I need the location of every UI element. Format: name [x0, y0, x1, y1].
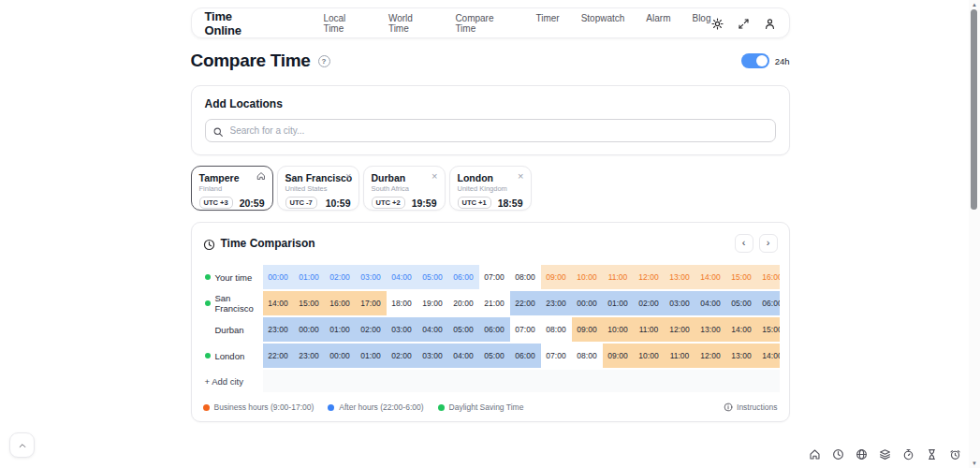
- hour-cell[interactable]: 10:00: [634, 344, 665, 368]
- hour-cell[interactable]: 03:00: [387, 317, 417, 342]
- hour-cell[interactable]: 22:00: [510, 291, 541, 315]
- hour-cell[interactable]: 07:00: [510, 317, 541, 342]
- hour-cell[interactable]: 00:00: [263, 265, 294, 289]
- hour-cell[interactable]: 05:00: [726, 291, 757, 315]
- hour-cell[interactable]: 17:00: [356, 291, 387, 315]
- help-icon[interactable]: ?: [318, 55, 330, 67]
- scrollbar-thumb[interactable]: [971, 9, 977, 210]
- hour-cell[interactable]: 08:00: [510, 265, 541, 289]
- scroll-to-top-button[interactable]: [9, 432, 35, 458]
- hour-cell[interactable]: 02:00: [325, 265, 356, 289]
- instructions-link[interactable]: Instructions: [724, 402, 777, 412]
- hour-cell[interactable]: 01:00: [356, 344, 387, 368]
- hour-cell[interactable]: 06:00: [448, 265, 479, 289]
- hour-cell[interactable]: 19:00: [417, 291, 448, 315]
- app-brand[interactable]: Time Online: [205, 9, 271, 37]
- scroll-right-button[interactable]: ›: [759, 234, 778, 253]
- city-card-san-francisco[interactable]: San FranciscoUnited StatesUTC -710:59×: [277, 166, 359, 211]
- hour-cell[interactable]: 03:00: [417, 344, 448, 368]
- globe-icon[interactable]: [856, 448, 868, 461]
- hour-cell[interactable]: 02:00: [634, 291, 665, 315]
- hour-cell[interactable]: 09:00: [541, 265, 572, 289]
- city-card-durban[interactable]: DurbanSouth AfricaUTC +219:59×: [363, 166, 446, 211]
- hour-cell[interactable]: 16:00: [757, 265, 780, 289]
- hour-cell[interactable]: 15:00: [294, 291, 325, 315]
- nav-link-alarm[interactable]: Alarm: [646, 13, 670, 34]
- hour-cell[interactable]: 00:00: [572, 291, 603, 315]
- hour-cell[interactable]: 03:00: [665, 291, 695, 315]
- hour-cell[interactable]: 09:00: [572, 317, 603, 342]
- hour-cell[interactable]: 12:00: [695, 344, 726, 368]
- hour-cell[interactable]: 15:00: [757, 317, 780, 342]
- nav-link-local-time[interactable]: Local Time: [323, 13, 367, 34]
- hour-cell[interactable]: 22:00: [263, 344, 294, 368]
- hour-cell[interactable]: 10:00: [572, 265, 603, 289]
- hour-cell[interactable]: 08:00: [541, 317, 572, 342]
- hour-cell[interactable]: 08:00: [572, 344, 603, 368]
- hour-cell[interactable]: 11:00: [665, 344, 695, 368]
- remove-city-icon[interactable]: ×: [345, 171, 351, 182]
- user-account-icon[interactable]: [764, 17, 776, 29]
- hour-cell[interactable]: 11:00: [634, 317, 665, 342]
- alarm-icon[interactable]: [949, 448, 961, 461]
- nav-link-world-time[interactable]: World Time: [388, 13, 433, 34]
- add-city-button[interactable]: + Add city: [201, 370, 263, 392]
- hour-cell[interactable]: 23:00: [294, 344, 325, 368]
- stopwatch-icon[interactable]: [902, 448, 914, 461]
- hour-cell[interactable]: 14:00: [695, 265, 726, 289]
- hour-cell[interactable]: 14:00: [726, 317, 757, 342]
- hour-cell[interactable]: 20:00: [448, 291, 479, 315]
- hour-cell[interactable]: 15:00: [726, 265, 757, 289]
- hourglass-icon[interactable]: [926, 448, 938, 461]
- nav-link-compare-time[interactable]: Compare Time: [455, 13, 514, 34]
- hour-cell[interactable]: 03:00: [356, 265, 387, 289]
- city-search-input[interactable]: [205, 119, 776, 142]
- home-icon[interactable]: [809, 448, 821, 461]
- hour-cell[interactable]: 23:00: [541, 291, 572, 315]
- hour-cell[interactable]: 09:00: [603, 344, 634, 368]
- hour-cell[interactable]: 12:00: [665, 317, 695, 342]
- hour-cell[interactable]: 07:00: [541, 344, 572, 368]
- scrollbar-down-arrow[interactable]: ▼: [969, 459, 980, 468]
- hour-cell[interactable]: 02:00: [356, 317, 387, 342]
- hour-cell[interactable]: 04:00: [417, 317, 448, 342]
- hour-cell[interactable]: 16:00: [325, 291, 356, 315]
- hour-cell[interactable]: 06:00: [510, 344, 541, 368]
- hour-cell[interactable]: 05:00: [448, 317, 479, 342]
- nav-link-stopwatch[interactable]: Stopwatch: [581, 13, 625, 34]
- hour-cell[interactable]: 05:00: [479, 344, 510, 368]
- theme-sun-icon[interactable]: [711, 17, 724, 29]
- scrollbar-up-arrow[interactable]: ▲: [969, 0, 980, 9]
- remove-city-icon[interactable]: ×: [431, 171, 437, 182]
- hour-cell[interactable]: 02:00: [387, 344, 417, 368]
- hour-cell[interactable]: 21:00: [479, 291, 510, 315]
- hour-cell[interactable]: 11:00: [603, 265, 634, 289]
- hour-cell[interactable]: 04:00: [695, 291, 726, 315]
- hour-cell[interactable]: 00:00: [325, 344, 356, 368]
- hour-cell[interactable]: 00:00: [294, 317, 325, 342]
- hour-cell[interactable]: 13:00: [726, 344, 757, 368]
- clock-icon[interactable]: [832, 448, 844, 461]
- layers-icon[interactable]: [879, 448, 891, 461]
- hour-cell[interactable]: 01:00: [603, 291, 634, 315]
- hour-cell[interactable]: 18:00: [387, 291, 417, 315]
- hour-cell[interactable]: 14:00: [263, 291, 294, 315]
- hour-cell[interactable]: 13:00: [695, 317, 726, 342]
- hour-cell[interactable]: 12:00: [634, 265, 665, 289]
- city-card-london[interactable]: LondonUnited KingdomUTC +118:59×: [449, 166, 532, 211]
- hour-cell[interactable]: 06:00: [479, 317, 510, 342]
- hour-cell[interactable]: 13:00: [665, 265, 695, 289]
- hour-cell[interactable]: 14:00: [757, 344, 780, 368]
- hour-cell[interactable]: 01:00: [325, 317, 356, 342]
- comparison-grid[interactable]: Your time00:0001:0002:0003:0004:0005:000…: [201, 265, 780, 392]
- hour-cell[interactable]: 07:00: [479, 265, 510, 289]
- scroll-left-button[interactable]: ‹: [735, 234, 753, 253]
- hour-cell[interactable]: 04:00: [448, 344, 479, 368]
- 24h-toggle[interactable]: [741, 53, 769, 68]
- page-scrollbar[interactable]: ▲ ▼: [969, 0, 980, 468]
- remove-city-icon[interactable]: ×: [518, 171, 523, 182]
- nav-link-timer[interactable]: Timer: [535, 13, 559, 34]
- hour-cell[interactable]: 23:00: [263, 317, 294, 342]
- hour-cell[interactable]: 10:00: [603, 317, 634, 342]
- city-card-tampere[interactable]: TampereFinlandUTC +320:59: [191, 166, 273, 211]
